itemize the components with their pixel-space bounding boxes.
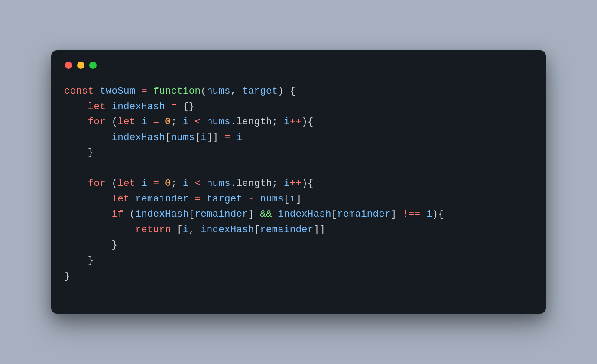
code-token: if (112, 208, 123, 220)
code-token (201, 116, 207, 127)
code-token (189, 178, 195, 189)
minimize-icon[interactable] (77, 62, 84, 69)
close-icon[interactable] (65, 62, 72, 69)
code-token: i (284, 178, 290, 189)
code-token: [ (189, 208, 195, 220)
code-token: ] (391, 208, 402, 220)
code-token (272, 208, 278, 220)
code-token (165, 101, 171, 112)
code-token: let (88, 101, 106, 112)
code-token: for (88, 178, 106, 189)
code-token: ]] (207, 132, 224, 143)
code-token (189, 116, 195, 127)
code-token (159, 178, 165, 189)
code-token: - (248, 193, 254, 205)
code-token: ( (201, 85, 207, 97)
code-token: ){ (432, 208, 444, 220)
code-token: = (195, 193, 201, 205)
code-token (135, 178, 141, 189)
code-token: , (230, 85, 242, 97)
code-token: i (183, 116, 189, 127)
code-token: ] (248, 208, 260, 220)
code-token: [ (331, 208, 337, 220)
code-token (64, 208, 112, 220)
code-token: = (224, 132, 230, 143)
code-token: nums (260, 193, 284, 205)
code-token (189, 193, 195, 205)
code-token (64, 193, 112, 205)
code-token: ){ (302, 178, 313, 189)
code-token: [ (254, 224, 260, 235)
code-token: ; (171, 178, 183, 189)
code-token (64, 178, 88, 189)
code-token: i (183, 178, 189, 189)
code-token: = (141, 85, 147, 97)
code-token: i (426, 208, 432, 220)
code-token: = (153, 178, 159, 189)
code-token: < (195, 178, 201, 189)
code-token: let (117, 116, 135, 127)
code-token: ( (106, 116, 117, 127)
code-token (420, 208, 426, 220)
code-token: } (64, 270, 70, 282)
code-token: ++ (290, 116, 302, 127)
code-token: } (64, 239, 117, 250)
code-token: {} (177, 101, 195, 112)
code-token: .length; (230, 178, 284, 189)
code-token: ( (123, 208, 135, 220)
code-token (94, 85, 100, 97)
code-token: remainder (337, 208, 390, 220)
code-token: i (290, 193, 296, 205)
code-token: target (207, 193, 242, 205)
code-token (64, 224, 135, 235)
code-token: i (183, 224, 189, 235)
code-token: ] (295, 193, 302, 205)
code-token (64, 101, 88, 112)
code-token: [ (195, 132, 201, 143)
code-token: ; (171, 116, 183, 127)
code-editor-content: const twoSum = function(nums, target) { … (64, 84, 533, 284)
code-token (64, 132, 112, 143)
code-token (130, 193, 136, 205)
code-token: const (64, 85, 94, 97)
code-token: i (141, 116, 147, 127)
code-token (147, 116, 153, 127)
window-titlebar (64, 62, 533, 69)
code-token: remainder (135, 193, 188, 205)
code-token: !== (402, 208, 420, 220)
code-token (254, 193, 260, 205)
code-token: let (117, 178, 135, 189)
code-token: ++ (290, 178, 302, 189)
code-token: 0 (165, 116, 171, 127)
code-window: const twoSum = function(nums, target) { … (51, 50, 546, 314)
code-token: nums (207, 178, 230, 189)
code-token (201, 193, 207, 205)
code-token: ( (106, 178, 117, 189)
code-token: indexHash (112, 101, 165, 112)
code-token: indexHash (112, 132, 165, 143)
code-token: ]] (314, 224, 325, 235)
code-token: = (153, 116, 159, 127)
code-token (159, 116, 165, 127)
code-token (201, 178, 207, 189)
code-token: < (195, 116, 201, 127)
code-token: [ (171, 224, 183, 235)
code-token: && (260, 208, 272, 220)
code-token (147, 178, 153, 189)
code-token: i (201, 132, 207, 143)
code-token: function (153, 85, 201, 97)
code-token (64, 116, 88, 127)
code-token: i (284, 116, 290, 127)
maximize-icon[interactable] (89, 62, 97, 69)
code-token: i (236, 132, 242, 143)
code-token: [ (165, 132, 171, 143)
code-token: nums (207, 85, 230, 97)
code-token: indexHash (135, 208, 188, 220)
code-token: nums (207, 116, 230, 127)
code-token: , (189, 224, 201, 235)
code-token: } (64, 147, 94, 158)
code-token: indexHash (278, 208, 331, 220)
code-token: = (171, 101, 177, 112)
code-token (135, 85, 141, 97)
code-token: target (242, 85, 278, 97)
